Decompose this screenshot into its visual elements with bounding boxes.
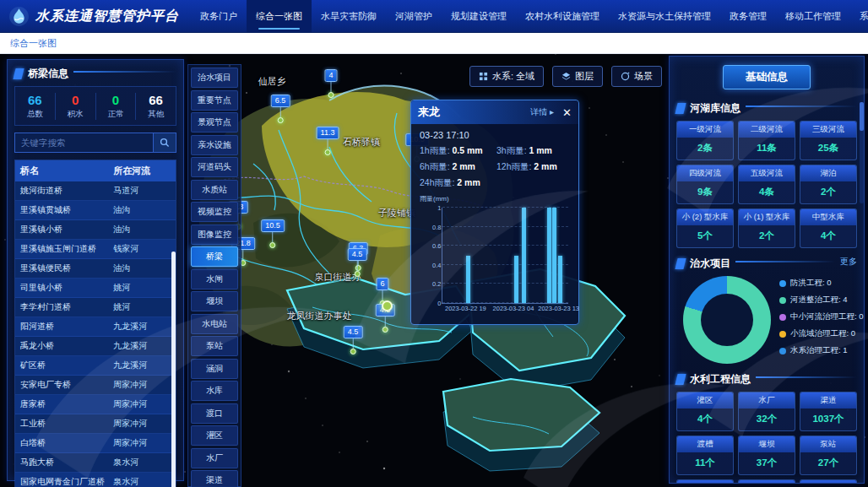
nav-item[interactable]: 系统管理	[850, 0, 868, 32]
table-row[interactable]: 里溪镇施玉闸门道桥钱家河	[15, 240, 176, 259]
layer-item-重要节点[interactable]: 重要节点	[191, 90, 238, 111]
river-name: 周家冲河	[108, 414, 176, 433]
bridge-name: 安家电厂专桥	[15, 376, 108, 394]
legend-label: 小流域治理工程: 0	[790, 328, 855, 339]
map-controls: 水系: 全域 图层 场景	[469, 66, 662, 87]
app-window: 仙居乡石桥驿镇子陵铺镇泉口街道办龙凤街道办事处 46.511.310.53.31…	[0, 0, 868, 487]
table-row[interactable]: 里溪镇贯城桥油沟	[15, 201, 176, 220]
town-label: 仙居乡	[258, 75, 286, 88]
stat-cell: 小 (1) 型水库2个	[738, 208, 795, 248]
search-button[interactable]	[153, 133, 176, 153]
layer-item-泵站[interactable]: 泵站	[191, 336, 238, 356]
layer-item-灌区[interactable]: 灌区	[191, 425, 238, 446]
nav-item[interactable]: 农村水利设施管理	[516, 0, 609, 32]
nav-item[interactable]: 规划建设管理	[442, 0, 516, 32]
section-line	[746, 106, 857, 107]
projects-title: 治水项目	[690, 257, 730, 271]
map-marker[interactable]: 11.3	[317, 123, 339, 155]
nav-item[interactable]: 河湖管护	[386, 0, 442, 32]
table-scrollbar[interactable]	[171, 252, 176, 487]
marker-value: 10.5	[261, 219, 285, 232]
nav-item[interactable]: 移动工作管理	[776, 0, 850, 32]
nav-item[interactable]: 水资源与水土保持管理	[609, 0, 720, 32]
river-name: 九龙溪河	[108, 317, 176, 336]
panel-scrollbar[interactable]	[860, 102, 864, 203]
layers-button[interactable]: 图层	[552, 66, 603, 87]
layer-item-图像监控[interactable]: 图像监控	[191, 225, 238, 245]
table-row[interactable]: 里溪镇小桥油沟	[15, 220, 176, 240]
layer-item-涵洞[interactable]: 涵洞	[191, 359, 238, 379]
nav-item[interactable]: 政务门户	[191, 0, 247, 32]
layer-item-水闸[interactable]: 水闸	[191, 269, 238, 289]
layer-item-景观节点[interactable]: 景观节点	[191, 112, 238, 133]
table-row[interactable]: 李学村门道桥姚河	[15, 298, 176, 317]
stat-cell: 堰坝37个	[738, 436, 795, 475]
metric-value: 2 mm	[453, 161, 475, 171]
table-row[interactable]: 禹龙小桥九龙溪河	[15, 337, 176, 356]
bridge-name: 矿区桥	[15, 356, 108, 375]
bridge-panel-title: 桥梁信息	[28, 67, 68, 81]
cell-label: 三级河流	[800, 122, 856, 138]
stat-label: 总数	[15, 109, 55, 120]
search-input[interactable]	[14, 133, 153, 153]
legend-dot-icon	[779, 331, 786, 338]
table-row[interactable]: 工业桥周家冲河	[15, 414, 176, 434]
layer-item-水厂[interactable]: 水厂	[191, 448, 238, 468]
layer-item-渡口[interactable]: 渡口	[191, 403, 238, 424]
layer-item-桥梁[interactable]: 桥梁	[191, 246, 238, 267]
map-marker[interactable]: 4.5	[344, 322, 363, 354]
legend-dot-icon	[779, 348, 786, 354]
table-row[interactable]: 唐家桥周家冲河	[15, 395, 176, 414]
more-link[interactable]: 更多	[840, 256, 857, 268]
layer-item-视频监控[interactable]: 视频监控	[191, 202, 238, 222]
table-row[interactable]: 安家电厂专桥周家冲河	[15, 376, 176, 395]
nav-item[interactable]: 综合一张图	[247, 0, 312, 32]
rain-metric: 3h雨量: 1 mm	[496, 145, 570, 157]
layer-item-水库[interactable]: 水库	[191, 381, 238, 401]
cell-label: 渠道	[800, 392, 856, 409]
layer-item-亲水设施[interactable]: 亲水设施	[191, 135, 238, 155]
water-system-toggle[interactable]: 水系: 全域	[469, 66, 544, 87]
layer-item-治水项目[interactable]: 治水项目	[191, 68, 238, 88]
section-accent	[13, 68, 24, 79]
nav-item[interactable]: 政务管理	[720, 0, 776, 32]
section-line	[73, 71, 176, 73]
town-label: 石桥驿镇	[343, 136, 380, 149]
table-row[interactable]: 姚河街道桥马道河	[15, 181, 176, 201]
map-marker[interactable]: 4	[324, 66, 337, 98]
map-marker[interactable]: 4.5	[348, 245, 367, 277]
rain-bar	[547, 208, 551, 303]
station-dot-icon	[270, 242, 276, 248]
cell-label: 小 (2) 型水库	[677, 209, 733, 225]
map-marker[interactable]: 6.5	[271, 91, 290, 123]
legend-item: 小流域治理工程: 0	[779, 328, 864, 339]
selected-station-marker[interactable]	[382, 300, 393, 311]
close-icon[interactable]: ✕	[562, 106, 572, 119]
layer-item-河道码头[interactable]: 河道码头	[191, 157, 238, 177]
bridge-name: 马跑大桥	[15, 453, 108, 472]
layer-item-渠道[interactable]: 渠道	[191, 470, 238, 487]
table-row[interactable]: 矿区桥九龙溪河	[15, 356, 176, 376]
marker-stem	[327, 139, 328, 149]
table-row[interactable]: 国家电网青金门厂道桥泉水河	[15, 473, 176, 487]
bridge-name: 李学村门道桥	[15, 298, 108, 317]
bridge-name: 姚河街道桥	[15, 181, 108, 200]
detail-link[interactable]: 详情 ▸	[530, 106, 554, 118]
layer-item-水质站[interactable]: 水质站	[191, 180, 238, 200]
table-row[interactable]: 白塔桥周家冲河	[15, 434, 176, 453]
cell-value: 1037个	[800, 409, 856, 430]
scene-button[interactable]: 场景	[611, 66, 662, 87]
table-row[interactable]: 司里镇小桥姚河	[15, 279, 176, 298]
layer-item-水电站[interactable]: 水电站	[191, 314, 238, 334]
basic-info-button[interactable]: 基础信息	[723, 65, 811, 89]
layer-item-堰坝[interactable]: 堰坝	[191, 291, 238, 311]
bridge-name: 工业桥	[15, 414, 108, 433]
nav-item[interactable]: 水旱灾害防御	[312, 0, 386, 32]
engineering-grid: 灌区4个水厂32个渠道1037个渡槽11个堰坝37个泵站27个涵洞47个桥梁66…	[676, 392, 857, 484]
station-dot-icon	[382, 327, 388, 333]
section-line	[756, 376, 857, 378]
table-row[interactable]: 阳河道桥九龙溪河	[15, 317, 176, 337]
table-row[interactable]: 马跑大桥泉水河	[15, 453, 176, 473]
map-marker[interactable]: 10.5	[261, 216, 285, 248]
table-row[interactable]: 里溪镇便民桥油沟	[15, 259, 176, 279]
